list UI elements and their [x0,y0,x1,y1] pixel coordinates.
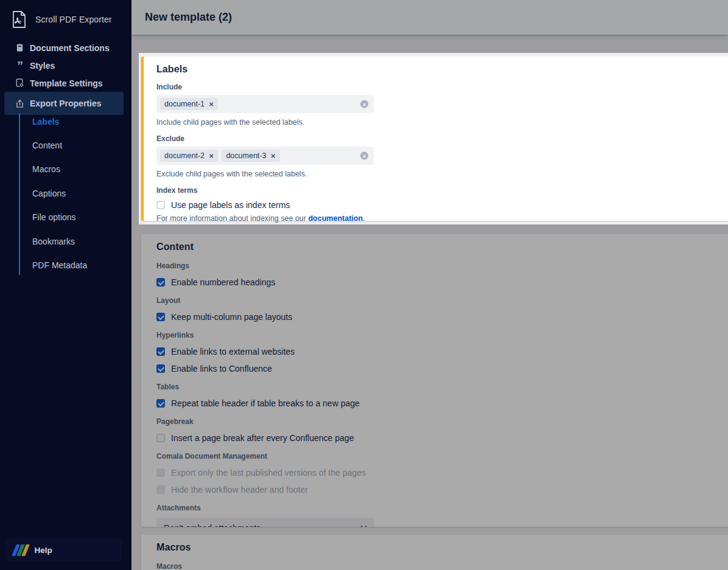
sidebar-item-label: Styles [30,61,55,71]
pdf-document-icon [10,10,27,29]
sidebar-item-template-settings[interactable]: Template Settings [0,74,131,92]
checkbox-label[interactable]: Enable links to external websites [171,347,295,356]
tag-label: document-3 [226,151,266,160]
tag[interactable]: document-1 ✕ [160,98,218,110]
group-label-macros: Macros [156,562,722,570]
k15t-logo-icon [14,544,27,556]
tag-remove-icon[interactable]: ✕ [209,153,214,159]
group-label-pagebreak: Pagebreak [156,417,722,426]
main-area: New template (2) Labels Include document… [131,0,728,570]
group-label-layout: Layout [156,296,722,305]
checkbox-label: Export only the last published versions … [171,468,366,478]
content-section-card: Content Headings Enable numbered heading… [141,234,728,527]
page-title: New template (2) [145,11,232,24]
sidebar-item-document-sections[interactable]: Document Sections [0,39,131,57]
external-links-checkbox[interactable] [156,347,165,356]
group-label-tables: Tables [156,383,722,391]
clear-all-icon[interactable]: ✕ [360,100,368,108]
help-label: Help [35,546,52,555]
tag[interactable]: document-2 ✕ [160,150,218,162]
tag[interactable]: document-3 ✕ [222,150,279,162]
section-title: Labels [156,64,722,75]
pagebreak-checkbox[interactable] [156,434,165,442]
attachments-select[interactable]: Don't embed attachments [156,518,374,527]
select-value: Don't embed attachments [164,523,261,527]
checkbox-label[interactable]: Insert a page break after every Confluen… [171,433,354,443]
published-versions-checkbox [156,468,165,477]
sidebar-item-label: Export Properties [30,99,101,108]
multi-column-checkbox[interactable] [156,313,165,321]
include-tags-input[interactable]: document-1 ✕ ✕ [156,95,374,113]
export-properties-subnav: Labels Content Macros Captions File opti… [0,109,131,277]
sidebar-nav: Document Sections ” Styles Template Sett… [0,39,131,115]
checkbox-row: Export only the last published versions … [156,468,722,478]
repeat-table-header-checkbox[interactable] [156,399,165,408]
checkbox-row: Hide the workflow header and footer [156,485,722,495]
note-text: For more information about indexing see … [156,214,308,223]
index-terms-label: Index terms [156,186,722,195]
section-title: Macros [156,542,722,553]
group-label-attachments: Attachments [156,504,722,512]
documentation-link[interactable]: documentation [308,214,363,223]
exclude-field-label: Exclude [156,134,722,143]
quote-icon: ” [15,60,25,71]
note-text: . [363,214,365,223]
indexing-note: For more information about indexing see … [156,214,722,223]
app-title: Scroll PDF Exporter [35,15,112,24]
sidebar-item-label: Document Sections [30,43,110,53]
clear-all-icon[interactable]: ✕ [360,152,368,160]
checkbox-label[interactable]: Keep multi-column page layouts [171,312,292,322]
group-label-hyperlinks: Hyperlinks [156,331,722,339]
checkbox-label[interactable]: Use page labels as index terms [171,200,290,210]
checkbox-label[interactable]: Repeat table header if table breaks to a… [171,398,360,408]
include-helper-text: Include child pages with the selected la… [156,118,722,127]
export-icon [15,99,25,109]
group-label-headings: Headings [156,262,722,270]
labels-section-card: Labels Include document-1 ✕ ✕ Include ch… [141,57,728,221]
sidebar-item-label: Template Settings [30,78,103,88]
tag-label: document-1 [164,100,205,108]
tag-remove-icon[interactable]: ✕ [209,101,214,108]
checkbox-label: Hide the workflow header and footer [171,485,308,495]
macros-section-card: Macros Macros [141,535,728,570]
numbered-headings-checkbox[interactable] [156,278,165,287]
checkbox-row: Insert a page break after every Confluen… [156,433,722,443]
checkbox-row: Enable numbered headings [156,277,722,287]
tag-label: document-2 [164,151,205,160]
document-gear-icon [15,78,25,88]
index-terms-row: Use page labels as index terms [156,200,722,210]
top-bar: New template (2) [131,0,728,35]
checkbox-row: Enable links to external websites [156,347,722,356]
document-sections-icon [15,43,25,53]
exclude-tags-input[interactable]: document-2 ✕ document-3 ✕ ✕ [156,147,374,165]
sidebar-item-styles[interactable]: ” Styles [0,57,131,74]
tag-remove-icon[interactable]: ✕ [270,153,275,159]
include-field-label: Include [156,83,722,91]
exclude-helper-text: Exclude child pages with the selected la… [156,170,722,178]
subnav-indicator-line [19,113,20,275]
confluence-links-checkbox[interactable] [156,364,165,373]
sidebar: Scroll PDF Exporter Document Sections ” … [0,0,131,570]
checkbox-row: Keep multi-column page layouts [156,312,722,322]
index-terms-checkbox[interactable] [156,201,165,209]
checkbox-row: Repeat table header if table breaks to a… [156,398,722,408]
app-header: Scroll PDF Exporter [0,0,131,29]
checkbox-row: Enable links to Confluence [156,364,722,374]
checkbox-label[interactable]: Enable numbered headings [171,277,275,287]
checkbox-label[interactable]: Enable links to Confluence [171,364,272,374]
help-button[interactable]: Help [6,538,122,561]
group-label-comala: Comala Document Management [156,452,722,461]
chevron-down-icon [361,524,367,527]
section-title: Content [156,242,722,252]
workflow-header-checkbox [156,485,165,494]
